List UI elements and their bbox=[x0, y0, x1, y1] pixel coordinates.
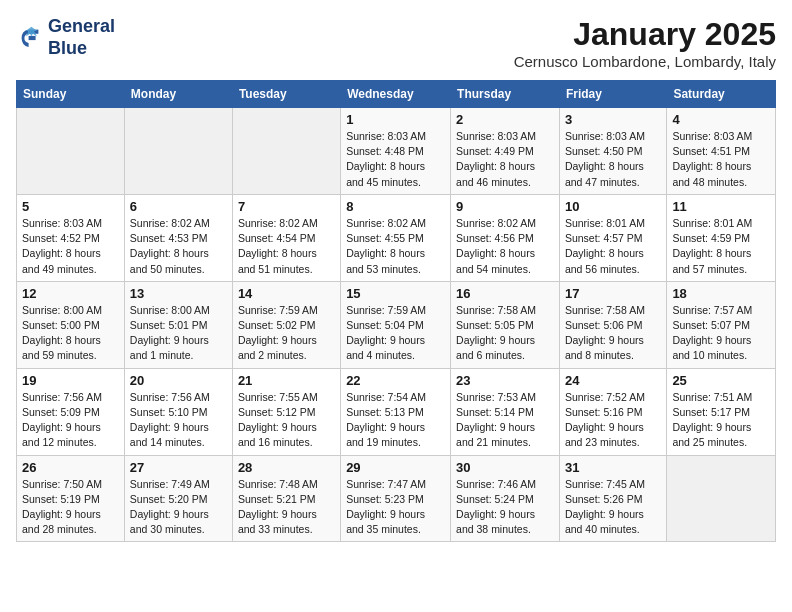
day-number: 31 bbox=[565, 460, 661, 475]
day-number: 7 bbox=[238, 199, 335, 214]
day-number: 3 bbox=[565, 112, 661, 127]
calendar-cell: 9Sunrise: 8:02 AMSunset: 4:56 PMDaylight… bbox=[451, 194, 560, 281]
day-number: 25 bbox=[672, 373, 770, 388]
calendar-cell: 21Sunrise: 7:55 AMSunset: 5:12 PMDayligh… bbox=[232, 368, 340, 455]
calendar-cell: 23Sunrise: 7:53 AMSunset: 5:14 PMDayligh… bbox=[451, 368, 560, 455]
day-info: Sunrise: 8:03 AMSunset: 4:51 PMDaylight:… bbox=[672, 129, 770, 190]
day-number: 21 bbox=[238, 373, 335, 388]
day-info: Sunrise: 7:53 AMSunset: 5:14 PMDaylight:… bbox=[456, 390, 554, 451]
day-info: Sunrise: 8:01 AMSunset: 4:57 PMDaylight:… bbox=[565, 216, 661, 277]
calendar-cell: 27Sunrise: 7:49 AMSunset: 5:20 PMDayligh… bbox=[124, 455, 232, 542]
calendar-cell bbox=[17, 108, 125, 195]
day-info: Sunrise: 7:55 AMSunset: 5:12 PMDaylight:… bbox=[238, 390, 335, 451]
day-info: Sunrise: 7:47 AMSunset: 5:23 PMDaylight:… bbox=[346, 477, 445, 538]
calendar-cell: 12Sunrise: 8:00 AMSunset: 5:00 PMDayligh… bbox=[17, 281, 125, 368]
column-header-monday: Monday bbox=[124, 81, 232, 108]
day-number: 13 bbox=[130, 286, 227, 301]
day-info: Sunrise: 7:56 AMSunset: 5:09 PMDaylight:… bbox=[22, 390, 119, 451]
day-info: Sunrise: 7:46 AMSunset: 5:24 PMDaylight:… bbox=[456, 477, 554, 538]
week-row-5: 26Sunrise: 7:50 AMSunset: 5:19 PMDayligh… bbox=[17, 455, 776, 542]
day-info: Sunrise: 8:03 AMSunset: 4:49 PMDaylight:… bbox=[456, 129, 554, 190]
day-info: Sunrise: 7:54 AMSunset: 5:13 PMDaylight:… bbox=[346, 390, 445, 451]
calendar-body: 1Sunrise: 8:03 AMSunset: 4:48 PMDaylight… bbox=[17, 108, 776, 542]
calendar-table: SundayMondayTuesdayWednesdayThursdayFrid… bbox=[16, 80, 776, 542]
day-info: Sunrise: 7:49 AMSunset: 5:20 PMDaylight:… bbox=[130, 477, 227, 538]
calendar-cell: 8Sunrise: 8:02 AMSunset: 4:55 PMDaylight… bbox=[341, 194, 451, 281]
calendar-cell bbox=[667, 455, 776, 542]
day-info: Sunrise: 7:56 AMSunset: 5:10 PMDaylight:… bbox=[130, 390, 227, 451]
day-info: Sunrise: 8:02 AMSunset: 4:55 PMDaylight:… bbox=[346, 216, 445, 277]
column-header-saturday: Saturday bbox=[667, 81, 776, 108]
calendar-cell bbox=[232, 108, 340, 195]
calendar-cell: 24Sunrise: 7:52 AMSunset: 5:16 PMDayligh… bbox=[559, 368, 666, 455]
day-number: 6 bbox=[130, 199, 227, 214]
logo-icon bbox=[16, 24, 44, 52]
day-info: Sunrise: 7:50 AMSunset: 5:19 PMDaylight:… bbox=[22, 477, 119, 538]
day-info: Sunrise: 7:58 AMSunset: 5:06 PMDaylight:… bbox=[565, 303, 661, 364]
day-info: Sunrise: 7:45 AMSunset: 5:26 PMDaylight:… bbox=[565, 477, 661, 538]
calendar-title: January 2025 bbox=[514, 16, 776, 53]
day-number: 22 bbox=[346, 373, 445, 388]
calendar-cell: 10Sunrise: 8:01 AMSunset: 4:57 PMDayligh… bbox=[559, 194, 666, 281]
day-info: Sunrise: 7:48 AMSunset: 5:21 PMDaylight:… bbox=[238, 477, 335, 538]
day-info: Sunrise: 7:52 AMSunset: 5:16 PMDaylight:… bbox=[565, 390, 661, 451]
day-info: Sunrise: 8:02 AMSunset: 4:56 PMDaylight:… bbox=[456, 216, 554, 277]
day-number: 15 bbox=[346, 286, 445, 301]
day-number: 10 bbox=[565, 199, 661, 214]
day-number: 20 bbox=[130, 373, 227, 388]
day-info: Sunrise: 8:01 AMSunset: 4:59 PMDaylight:… bbox=[672, 216, 770, 277]
column-header-thursday: Thursday bbox=[451, 81, 560, 108]
day-number: 4 bbox=[672, 112, 770, 127]
day-number: 30 bbox=[456, 460, 554, 475]
calendar-cell: 25Sunrise: 7:51 AMSunset: 5:17 PMDayligh… bbox=[667, 368, 776, 455]
column-header-wednesday: Wednesday bbox=[341, 81, 451, 108]
day-info: Sunrise: 8:00 AMSunset: 5:00 PMDaylight:… bbox=[22, 303, 119, 364]
day-number: 17 bbox=[565, 286, 661, 301]
calendar-subtitle: Cernusco Lombardone, Lombardy, Italy bbox=[514, 53, 776, 70]
calendar-cell: 20Sunrise: 7:56 AMSunset: 5:10 PMDayligh… bbox=[124, 368, 232, 455]
calendar-cell: 6Sunrise: 8:02 AMSunset: 4:53 PMDaylight… bbox=[124, 194, 232, 281]
page-header: General Blue January 2025 Cernusco Lomba… bbox=[16, 16, 776, 70]
column-header-friday: Friday bbox=[559, 81, 666, 108]
calendar-cell: 7Sunrise: 8:02 AMSunset: 4:54 PMDaylight… bbox=[232, 194, 340, 281]
day-info: Sunrise: 8:03 AMSunset: 4:48 PMDaylight:… bbox=[346, 129, 445, 190]
day-info: Sunrise: 7:57 AMSunset: 5:07 PMDaylight:… bbox=[672, 303, 770, 364]
day-number: 29 bbox=[346, 460, 445, 475]
calendar-cell: 1Sunrise: 8:03 AMSunset: 4:48 PMDaylight… bbox=[341, 108, 451, 195]
calendar-header-row: SundayMondayTuesdayWednesdayThursdayFrid… bbox=[17, 81, 776, 108]
week-row-4: 19Sunrise: 7:56 AMSunset: 5:09 PMDayligh… bbox=[17, 368, 776, 455]
calendar-cell: 5Sunrise: 8:03 AMSunset: 4:52 PMDaylight… bbox=[17, 194, 125, 281]
calendar-cell: 2Sunrise: 8:03 AMSunset: 4:49 PMDaylight… bbox=[451, 108, 560, 195]
day-number: 16 bbox=[456, 286, 554, 301]
logo-text: General Blue bbox=[48, 16, 115, 59]
day-number: 23 bbox=[456, 373, 554, 388]
calendar-cell: 26Sunrise: 7:50 AMSunset: 5:19 PMDayligh… bbox=[17, 455, 125, 542]
day-number: 9 bbox=[456, 199, 554, 214]
day-info: Sunrise: 8:03 AMSunset: 4:52 PMDaylight:… bbox=[22, 216, 119, 277]
day-info: Sunrise: 8:02 AMSunset: 4:53 PMDaylight:… bbox=[130, 216, 227, 277]
week-row-2: 5Sunrise: 8:03 AMSunset: 4:52 PMDaylight… bbox=[17, 194, 776, 281]
day-info: Sunrise: 8:00 AMSunset: 5:01 PMDaylight:… bbox=[130, 303, 227, 364]
calendar-cell: 14Sunrise: 7:59 AMSunset: 5:02 PMDayligh… bbox=[232, 281, 340, 368]
day-number: 24 bbox=[565, 373, 661, 388]
day-info: Sunrise: 7:58 AMSunset: 5:05 PMDaylight:… bbox=[456, 303, 554, 364]
day-info: Sunrise: 8:03 AMSunset: 4:50 PMDaylight:… bbox=[565, 129, 661, 190]
day-number: 8 bbox=[346, 199, 445, 214]
calendar-cell: 3Sunrise: 8:03 AMSunset: 4:50 PMDaylight… bbox=[559, 108, 666, 195]
calendar-cell: 22Sunrise: 7:54 AMSunset: 5:13 PMDayligh… bbox=[341, 368, 451, 455]
day-number: 19 bbox=[22, 373, 119, 388]
day-number: 2 bbox=[456, 112, 554, 127]
day-number: 5 bbox=[22, 199, 119, 214]
day-info: Sunrise: 8:02 AMSunset: 4:54 PMDaylight:… bbox=[238, 216, 335, 277]
day-info: Sunrise: 7:51 AMSunset: 5:17 PMDaylight:… bbox=[672, 390, 770, 451]
week-row-1: 1Sunrise: 8:03 AMSunset: 4:48 PMDaylight… bbox=[17, 108, 776, 195]
day-number: 12 bbox=[22, 286, 119, 301]
day-info: Sunrise: 7:59 AMSunset: 5:02 PMDaylight:… bbox=[238, 303, 335, 364]
day-number: 14 bbox=[238, 286, 335, 301]
week-row-3: 12Sunrise: 8:00 AMSunset: 5:00 PMDayligh… bbox=[17, 281, 776, 368]
column-header-sunday: Sunday bbox=[17, 81, 125, 108]
title-block: January 2025 Cernusco Lombardone, Lombar… bbox=[514, 16, 776, 70]
calendar-cell: 17Sunrise: 7:58 AMSunset: 5:06 PMDayligh… bbox=[559, 281, 666, 368]
calendar-cell bbox=[124, 108, 232, 195]
calendar-cell: 16Sunrise: 7:58 AMSunset: 5:05 PMDayligh… bbox=[451, 281, 560, 368]
